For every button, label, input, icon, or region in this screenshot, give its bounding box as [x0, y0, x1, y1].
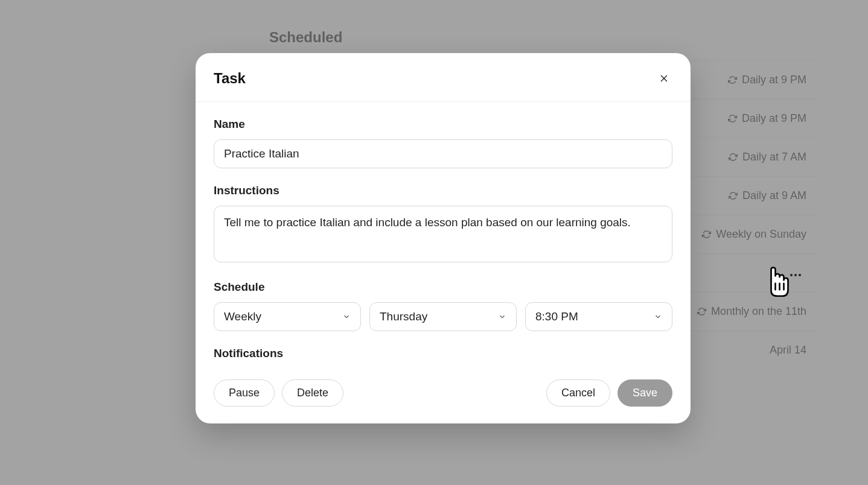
day-select[interactable]: Thursday [369, 302, 517, 331]
frequency-select[interactable]: Weekly [214, 302, 361, 331]
task-modal: Task Name Instructions Schedule Weekly T… [196, 53, 691, 423]
pause-button[interactable]: Pause [214, 379, 275, 407]
chevron-down-icon [498, 312, 506, 321]
modal-title: Task [214, 70, 246, 87]
chevron-down-icon [654, 312, 662, 321]
close-button[interactable] [656, 70, 672, 87]
notifications-group: Notifications [214, 347, 672, 360]
time-value: 8:30 PM [535, 310, 578, 323]
instructions-textarea[interactable] [214, 206, 672, 262]
time-select[interactable]: 8:30 PM [525, 302, 672, 331]
instructions-group: Instructions [214, 184, 672, 265]
notifications-label: Notifications [214, 347, 672, 360]
modal-body: Name Instructions Schedule Weekly Thursd… [196, 102, 691, 360]
instructions-label: Instructions [214, 184, 672, 197]
name-group: Name [214, 118, 672, 168]
delete-button[interactable]: Delete [282, 379, 343, 407]
schedule-label: Schedule [214, 281, 672, 294]
name-label: Name [214, 118, 672, 131]
close-icon [659, 73, 669, 84]
cancel-button[interactable]: Cancel [546, 379, 610, 407]
schedule-group: Schedule Weekly Thursday 8:30 PM [214, 281, 672, 331]
save-button[interactable]: Save [617, 379, 672, 407]
frequency-value: Weekly [224, 310, 261, 323]
modal-footer: Pause Delete Cancel Save [196, 369, 691, 407]
day-value: Thursday [380, 310, 427, 323]
name-input[interactable] [214, 139, 672, 168]
chevron-down-icon [342, 312, 351, 321]
modal-header: Task [196, 53, 691, 102]
